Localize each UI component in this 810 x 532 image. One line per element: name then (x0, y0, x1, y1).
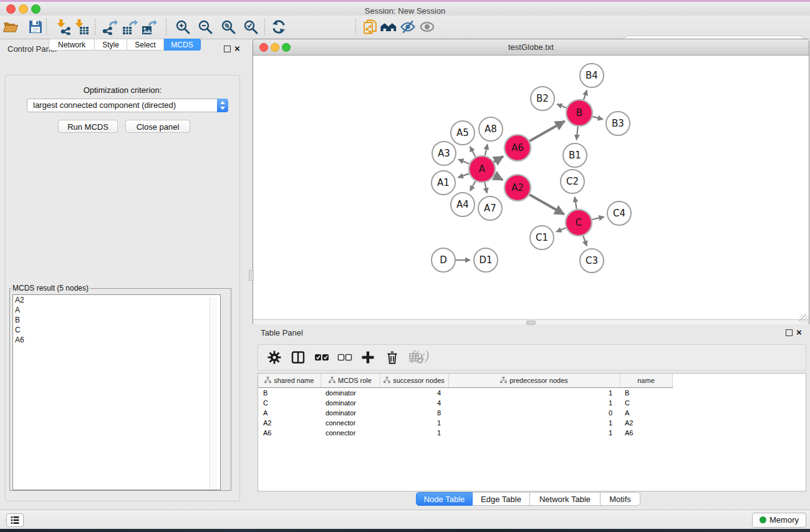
graph-node-B1[interactable] (563, 143, 587, 167)
home-icon[interactable] (380, 19, 397, 36)
run-mcds-button[interactable]: Run MCDS (58, 120, 118, 133)
new-network-from-selection-icon[interactable] (362, 19, 378, 36)
zoom-out-icon[interactable] (197, 19, 213, 36)
tab-edge-table[interactable]: Edge Table (473, 492, 530, 506)
import-network-icon[interactable] (55, 19, 71, 36)
column-header-successor-nodes[interactable]: successor nodes (380, 374, 448, 388)
graph-edge-A-A7[interactable] (485, 183, 487, 193)
graph-edge-B-B2[interactable] (557, 104, 566, 108)
graph-node-A[interactable] (469, 156, 495, 182)
zoom-in-icon[interactable] (175, 19, 191, 36)
graph-node-B[interactable] (566, 100, 592, 126)
graph-edge-A-A1[interactable] (458, 173, 470, 177)
column-header-shared-name[interactable]: shared name (258, 374, 321, 388)
tab-network-table[interactable]: Network Table (530, 492, 600, 506)
network-window-titlebar[interactable]: testGlobe.txt (253, 39, 809, 56)
network-graph[interactable]: B4B2BB3A5A8A6A3B1AA1C2A2A4A7C4CC1DD1C3 (253, 55, 809, 319)
graph-edge-A-A4[interactable] (470, 181, 476, 191)
graph-node-A1[interactable] (432, 171, 455, 195)
table-row[interactable]: A2connector11A2 (258, 418, 672, 428)
graph-node-A6[interactable] (504, 135, 531, 161)
graph-edge-C-C1[interactable] (556, 228, 566, 231)
refresh-view-icon[interactable] (271, 19, 287, 36)
column-header-name[interactable]: name (620, 374, 672, 388)
tab-network[interactable]: Network (49, 39, 95, 51)
close-panel-icon[interactable]: × (234, 46, 240, 52)
task-history-button[interactable] (6, 513, 24, 527)
tab-node-table[interactable]: Node Table (416, 492, 473, 506)
import-table-icon[interactable] (73, 19, 89, 36)
zoom-fit-icon[interactable] (220, 19, 236, 36)
show-graphics-details-icon[interactable] (419, 19, 435, 36)
tab-style[interactable]: Style (95, 39, 127, 51)
deselect-all-rows-icon[interactable] (337, 350, 352, 365)
graph-edge-B-B4[interactable] (584, 90, 587, 100)
float-panel-icon[interactable] (224, 46, 231, 52)
delete-column-icon[interactable] (385, 350, 400, 365)
zoom-selected-icon[interactable] (243, 19, 259, 36)
graph-node-B3[interactable] (606, 112, 630, 135)
close-panel-icon[interactable]: × (796, 329, 802, 336)
criterion-dropdown[interactable]: largest connected component (directed) (27, 99, 228, 112)
export-network-icon[interactable] (102, 19, 118, 36)
table-row[interactable]: A6connector11A6 (258, 428, 672, 438)
graph-edge-A-A3[interactable] (458, 159, 470, 163)
graph-edge-B-B3[interactable] (592, 117, 603, 120)
mcds-result-item[interactable]: C (13, 325, 220, 335)
memory-button[interactable]: Memory (752, 513, 806, 528)
graph-node-A3[interactable] (432, 142, 456, 165)
window-resize-grip[interactable] (799, 314, 808, 323)
graph-edge-A-A6[interactable] (494, 157, 503, 162)
graph-node-D[interactable] (432, 248, 455, 272)
tab-motifs[interactable]: Motifs (600, 492, 640, 506)
mcds-result-item[interactable]: A2 (13, 295, 220, 305)
graph-edge-A-A5[interactable] (470, 147, 476, 157)
close-panel-button[interactable]: Close panel (125, 120, 190, 133)
graph-node-A2[interactable] (504, 175, 531, 201)
column-visibility-icon[interactable] (291, 350, 306, 365)
mcds-list-scrollbar[interactable] (210, 297, 217, 490)
graph-node-C[interactable] (566, 210, 592, 236)
function-builder-icon[interactable]: f(x) (411, 348, 429, 364)
select-all-rows-icon[interactable] (314, 350, 329, 365)
settings-gear-icon[interactable] (267, 350, 282, 365)
save-session-icon[interactable] (27, 19, 44, 36)
graph-node-A5[interactable] (451, 121, 475, 145)
mcds-result-item[interactable]: A (13, 305, 220, 315)
column-header-predecessor-nodes[interactable]: predecessor nodes (448, 374, 620, 388)
create-column-icon[interactable] (360, 350, 375, 365)
graph-node-C1[interactable] (530, 226, 554, 249)
hide-graphics-details-icon[interactable] (400, 19, 416, 36)
table-row[interactable]: Cdominator41C (258, 398, 672, 408)
table-row[interactable]: Bdominator41B (258, 388, 672, 399)
mcds-result-item[interactable]: B (13, 315, 220, 325)
graph-edge-A2-C[interactable] (529, 195, 564, 215)
graph-node-D1[interactable] (474, 248, 498, 272)
graph-edge-C-C4[interactable] (592, 217, 604, 220)
graph-node-A8[interactable] (479, 117, 503, 141)
graph-edge-B-B1[interactable] (577, 127, 578, 140)
export-table-icon[interactable] (122, 19, 138, 36)
graph-node-A7[interactable] (478, 196, 502, 220)
graph-edge-C-C2[interactable] (575, 197, 577, 210)
graph-node-C3[interactable] (580, 249, 604, 273)
tab-mcds[interactable]: MCDS (164, 39, 201, 51)
tab-select[interactable]: Select (127, 39, 164, 51)
table-row[interactable]: Adominator80A (258, 408, 672, 418)
column-header-mcds-role[interactable]: MCDS role (321, 374, 380, 388)
graph-node-B2[interactable] (531, 87, 554, 110)
graph-node-C2[interactable] (561, 170, 584, 193)
mcds-result-item[interactable]: A6 (13, 335, 220, 345)
graph-edge-A-A2[interactable] (494, 175, 503, 180)
network-horizontal-scrollbar[interactable] (253, 319, 809, 324)
network-vertical-scrollbar[interactable] (249, 270, 254, 281)
export-image-icon[interactable] (141, 19, 157, 36)
graph-node-A4[interactable] (451, 193, 475, 216)
graph-node-C4[interactable] (607, 201, 631, 225)
open-session-icon[interactable] (2, 19, 19, 36)
float-panel-icon[interactable] (786, 329, 793, 336)
graph-edge-A6-B[interactable] (529, 121, 564, 141)
graph-edge-A-A8[interactable] (485, 144, 488, 155)
graph-edge-C-C3[interactable] (583, 236, 587, 246)
graph-node-B4[interactable] (580, 64, 604, 87)
